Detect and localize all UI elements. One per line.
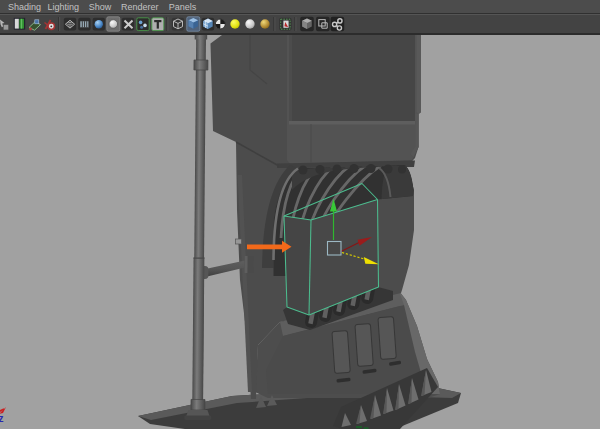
svg-text:Shading: Shading bbox=[8, 2, 41, 12]
svg-text:Show: Show bbox=[89, 2, 112, 12]
svg-text:z: z bbox=[0, 413, 4, 424]
svg-text:Lighting: Lighting bbox=[48, 2, 80, 12]
svg-text:Panels: Panels bbox=[169, 2, 197, 12]
svg-text:Renderer: Renderer bbox=[121, 2, 159, 12]
